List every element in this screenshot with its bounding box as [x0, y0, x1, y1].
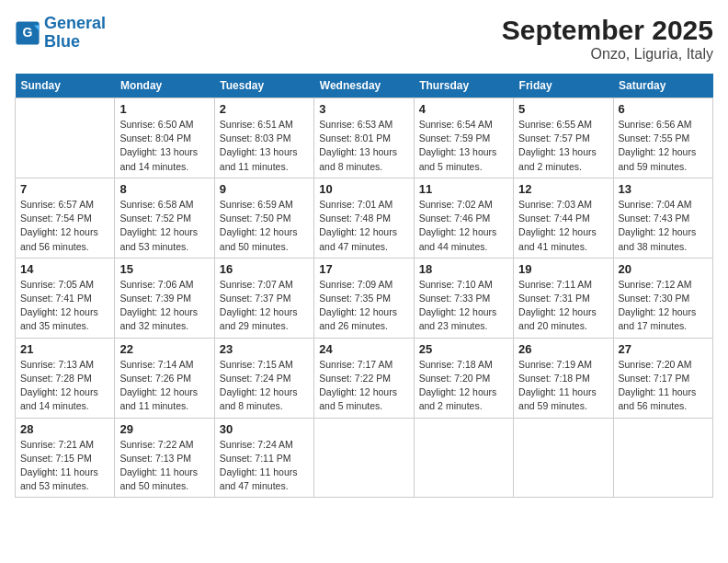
day-info: Sunrise: 6:50 AMSunset: 8:04 PMDaylight:… [119, 118, 209, 174]
week-row-5: 28Sunrise: 7:21 AMSunset: 7:15 PMDayligh… [16, 418, 713, 498]
day-number: 3 [319, 102, 408, 116]
day-number: 1 [119, 102, 209, 116]
day-info: Sunrise: 7:20 AMSunset: 7:17 PMDaylight:… [619, 358, 708, 414]
day-number: 4 [419, 102, 508, 116]
calendar-cell: 24Sunrise: 7:17 AMSunset: 7:22 PMDayligh… [314, 338, 414, 418]
calendar-cell: 28Sunrise: 7:21 AMSunset: 7:15 PMDayligh… [16, 418, 115, 498]
calendar-cell: 8Sunrise: 6:58 AMSunset: 7:52 PMDaylight… [115, 178, 214, 258]
day-info: Sunrise: 6:53 AMSunset: 8:01 PMDaylight:… [319, 118, 408, 174]
calendar-cell: 23Sunrise: 7:15 AMSunset: 7:24 PMDayligh… [214, 338, 313, 418]
calendar-cell: 17Sunrise: 7:09 AMSunset: 7:35 PMDayligh… [314, 258, 414, 338]
day-number: 11 [419, 182, 508, 196]
day-info: Sunrise: 7:19 AMSunset: 7:18 PMDaylight:… [518, 358, 608, 414]
calendar-cell: 6Sunrise: 6:56 AMSunset: 7:55 PMDaylight… [613, 98, 712, 178]
calendar-cell: 21Sunrise: 7:13 AMSunset: 7:28 PMDayligh… [16, 338, 115, 418]
day-info: Sunrise: 6:55 AMSunset: 7:57 PMDaylight:… [518, 118, 608, 174]
day-info: Sunrise: 7:18 AMSunset: 7:20 PMDaylight:… [419, 358, 508, 414]
logo-text: General Blue [44, 15, 106, 52]
day-number: 28 [20, 422, 109, 436]
day-number: 30 [220, 422, 309, 436]
day-info: Sunrise: 6:51 AMSunset: 8:03 PMDaylight:… [220, 118, 309, 174]
day-number: 29 [119, 422, 209, 436]
calendar-cell: 26Sunrise: 7:19 AMSunset: 7:18 PMDayligh… [514, 338, 613, 418]
day-info: Sunrise: 7:22 AMSunset: 7:13 PMDaylight:… [119, 438, 209, 494]
day-info: Sunrise: 7:17 AMSunset: 7:22 PMDaylight:… [319, 358, 408, 414]
day-info: Sunrise: 7:01 AMSunset: 7:48 PMDaylight:… [319, 198, 408, 254]
day-info: Sunrise: 6:56 AMSunset: 7:55 PMDaylight:… [619, 118, 708, 174]
day-info: Sunrise: 7:13 AMSunset: 7:28 PMDaylight:… [20, 358, 109, 414]
calendar-cell: 30Sunrise: 7:24 AMSunset: 7:11 PMDayligh… [214, 418, 313, 498]
calendar-cell: 2Sunrise: 6:51 AMSunset: 8:03 PMDaylight… [214, 98, 313, 178]
calendar-cell: 18Sunrise: 7:10 AMSunset: 7:33 PMDayligh… [414, 258, 513, 338]
day-number: 18 [419, 262, 508, 276]
day-number: 2 [220, 102, 309, 116]
day-info: Sunrise: 7:07 AMSunset: 7:37 PMDaylight:… [220, 278, 309, 334]
day-number: 22 [119, 342, 209, 356]
calendar-cell: 5Sunrise: 6:55 AMSunset: 7:57 PMDaylight… [514, 98, 613, 178]
day-number: 20 [619, 262, 708, 276]
week-row-4: 21Sunrise: 7:13 AMSunset: 7:28 PMDayligh… [16, 338, 713, 418]
day-info: Sunrise: 7:09 AMSunset: 7:35 PMDaylight:… [319, 278, 408, 334]
day-number: 9 [220, 182, 309, 196]
day-info: Sunrise: 6:59 AMSunset: 7:50 PMDaylight:… [220, 198, 309, 254]
calendar-cell: 4Sunrise: 6:54 AMSunset: 7:59 PMDaylight… [414, 98, 513, 178]
calendar-table: SundayMondayTuesdayWednesdayThursdayFrid… [15, 74, 713, 498]
header-row: SundayMondayTuesdayWednesdayThursdayFrid… [16, 74, 713, 98]
day-number: 16 [220, 262, 309, 276]
calendar-subtitle: Onzo, Liguria, Italy [502, 46, 713, 63]
day-number: 13 [619, 182, 708, 196]
day-number: 21 [20, 342, 109, 356]
title-block: September 2025 Onzo, Liguria, Italy [502, 15, 713, 63]
calendar-cell: 14Sunrise: 7:05 AMSunset: 7:41 PMDayligh… [16, 258, 115, 338]
day-number: 6 [619, 102, 708, 116]
week-row-1: 1Sunrise: 6:50 AMSunset: 8:04 PMDaylight… [16, 98, 713, 178]
day-info: Sunrise: 7:06 AMSunset: 7:39 PMDaylight:… [119, 278, 209, 334]
day-number: 7 [20, 182, 109, 196]
day-info: Sunrise: 7:24 AMSunset: 7:11 PMDaylight:… [220, 438, 309, 494]
svg-text:G: G [23, 25, 33, 40]
col-header-tuesday: Tuesday [214, 74, 313, 98]
day-number: 14 [20, 262, 109, 276]
calendar-title: September 2025 [502, 15, 713, 46]
col-header-friday: Friday [514, 74, 613, 98]
day-info: Sunrise: 7:03 AMSunset: 7:44 PMDaylight:… [518, 198, 608, 254]
calendar-cell [16, 98, 115, 178]
calendar-cell: 10Sunrise: 7:01 AMSunset: 7:48 PMDayligh… [314, 178, 414, 258]
day-info: Sunrise: 6:54 AMSunset: 7:59 PMDaylight:… [419, 118, 508, 174]
calendar-cell: 27Sunrise: 7:20 AMSunset: 7:17 PMDayligh… [613, 338, 712, 418]
day-info: Sunrise: 6:57 AMSunset: 7:54 PMDaylight:… [20, 198, 109, 254]
day-info: Sunrise: 7:02 AMSunset: 7:46 PMDaylight:… [419, 198, 508, 254]
day-number: 19 [518, 262, 608, 276]
calendar-cell: 15Sunrise: 7:06 AMSunset: 7:39 PMDayligh… [115, 258, 214, 338]
calendar-cell [414, 418, 513, 498]
day-number: 12 [518, 182, 608, 196]
calendar-cell: 25Sunrise: 7:18 AMSunset: 7:20 PMDayligh… [414, 338, 513, 418]
day-info: Sunrise: 7:14 AMSunset: 7:26 PMDaylight:… [119, 358, 209, 414]
col-header-sunday: Sunday [16, 74, 115, 98]
calendar-cell: 22Sunrise: 7:14 AMSunset: 7:26 PMDayligh… [115, 338, 214, 418]
day-info: Sunrise: 6:58 AMSunset: 7:52 PMDaylight:… [119, 198, 209, 254]
col-header-thursday: Thursday [414, 74, 513, 98]
calendar-cell [514, 418, 613, 498]
logo-line1: General [44, 14, 106, 32]
logo-line2: Blue [44, 32, 80, 51]
day-info: Sunrise: 7:15 AMSunset: 7:24 PMDaylight:… [220, 358, 309, 414]
logo-icon: G [15, 20, 40, 46]
calendar-cell: 1Sunrise: 6:50 AMSunset: 8:04 PMDaylight… [115, 98, 214, 178]
calendar-cell: 12Sunrise: 7:03 AMSunset: 7:44 PMDayligh… [514, 178, 613, 258]
day-info: Sunrise: 7:05 AMSunset: 7:41 PMDaylight:… [20, 278, 109, 334]
calendar-cell: 11Sunrise: 7:02 AMSunset: 7:46 PMDayligh… [414, 178, 513, 258]
week-row-3: 14Sunrise: 7:05 AMSunset: 7:41 PMDayligh… [16, 258, 713, 338]
col-header-saturday: Saturday [613, 74, 712, 98]
day-info: Sunrise: 7:12 AMSunset: 7:30 PMDaylight:… [619, 278, 708, 334]
day-number: 26 [518, 342, 608, 356]
day-number: 27 [619, 342, 708, 356]
day-number: 17 [319, 262, 408, 276]
col-header-monday: Monday [115, 74, 214, 98]
calendar-cell: 3Sunrise: 6:53 AMSunset: 8:01 PMDaylight… [314, 98, 414, 178]
day-number: 23 [220, 342, 309, 356]
col-header-wednesday: Wednesday [314, 74, 414, 98]
day-number: 8 [119, 182, 209, 196]
calendar-cell [613, 418, 712, 498]
calendar-cell: 7Sunrise: 6:57 AMSunset: 7:54 PMDaylight… [16, 178, 115, 258]
